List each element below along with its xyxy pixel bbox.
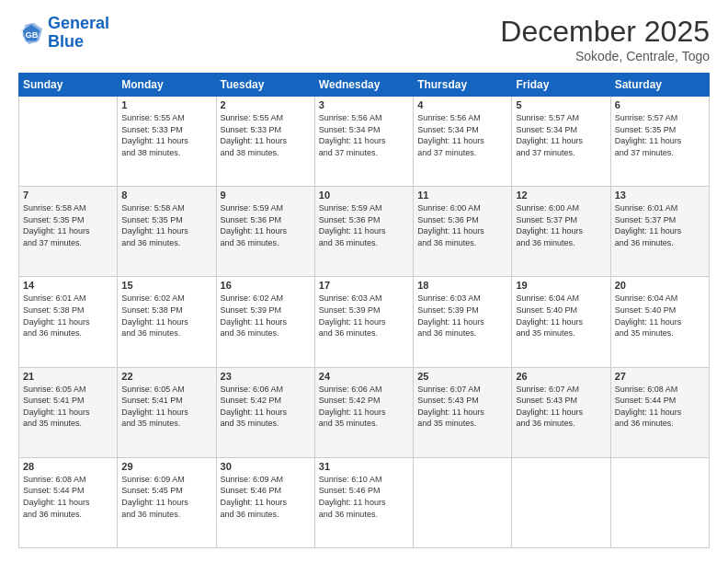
table-row: 13Sunrise: 6:01 AM Sunset: 5:37 PM Dayli… xyxy=(610,187,709,277)
col-wednesday: Wednesday xyxy=(314,74,413,97)
table-row: 1Sunrise: 5:55 AM Sunset: 5:33 PM Daylig… xyxy=(118,97,216,187)
table-row: 31Sunrise: 6:10 AM Sunset: 5:46 PM Dayli… xyxy=(314,457,413,547)
week-row-1: 1Sunrise: 5:55 AM Sunset: 5:33 PM Daylig… xyxy=(19,97,710,187)
table-row xyxy=(19,97,118,187)
table-row: 17Sunrise: 6:03 AM Sunset: 5:39 PM Dayli… xyxy=(314,277,413,367)
table-row: 15Sunrise: 6:02 AM Sunset: 5:38 PM Dayli… xyxy=(118,277,216,367)
table-row: 2Sunrise: 5:55 AM Sunset: 5:33 PM Daylig… xyxy=(216,97,314,187)
day-number: 14 xyxy=(23,280,113,291)
day-number: 4 xyxy=(417,99,507,110)
table-row: 16Sunrise: 6:02 AM Sunset: 5:39 PM Dayli… xyxy=(216,277,314,367)
table-row: 11Sunrise: 6:00 AM Sunset: 5:36 PM Dayli… xyxy=(414,187,512,277)
month-title: December 2025 xyxy=(500,15,710,49)
table-row: 14Sunrise: 6:01 AM Sunset: 5:38 PM Dayli… xyxy=(19,277,118,367)
day-number: 26 xyxy=(516,371,606,382)
week-row-5: 28Sunrise: 6:08 AM Sunset: 5:44 PM Dayli… xyxy=(19,457,710,547)
day-info: Sunrise: 6:04 AM Sunset: 5:40 PM Dayligh… xyxy=(615,293,705,339)
day-info: Sunrise: 6:04 AM Sunset: 5:40 PM Dayligh… xyxy=(516,293,606,339)
day-number: 3 xyxy=(319,99,409,110)
logo-text: General Blue xyxy=(48,15,109,52)
day-number: 17 xyxy=(319,280,409,291)
day-number: 10 xyxy=(319,190,409,201)
day-info: Sunrise: 6:02 AM Sunset: 5:38 PM Dayligh… xyxy=(121,293,211,339)
col-saturday: Saturday xyxy=(610,74,709,97)
table-row: 22Sunrise: 6:05 AM Sunset: 5:41 PM Dayli… xyxy=(118,367,216,457)
table-row xyxy=(512,457,610,547)
day-number: 6 xyxy=(615,99,705,110)
col-sunday: Sunday xyxy=(19,74,118,97)
table-row: 27Sunrise: 6:08 AM Sunset: 5:44 PM Dayli… xyxy=(610,367,709,457)
day-number: 22 xyxy=(121,371,211,382)
day-info: Sunrise: 5:57 AM Sunset: 5:34 PM Dayligh… xyxy=(516,112,606,158)
day-info: Sunrise: 6:00 AM Sunset: 5:36 PM Dayligh… xyxy=(417,202,507,248)
day-number: 5 xyxy=(516,99,606,110)
day-number: 11 xyxy=(417,190,507,201)
day-info: Sunrise: 5:55 AM Sunset: 5:33 PM Dayligh… xyxy=(121,112,211,158)
table-row xyxy=(414,457,512,547)
table-row: 12Sunrise: 6:00 AM Sunset: 5:37 PM Dayli… xyxy=(512,187,610,277)
table-row: 28Sunrise: 6:08 AM Sunset: 5:44 PM Dayli… xyxy=(19,457,118,547)
day-info: Sunrise: 6:06 AM Sunset: 5:42 PM Dayligh… xyxy=(221,384,311,430)
day-info: Sunrise: 5:58 AM Sunset: 5:35 PM Dayligh… xyxy=(121,202,211,248)
logo-line2: Blue xyxy=(48,32,84,51)
day-info: Sunrise: 6:08 AM Sunset: 5:44 PM Dayligh… xyxy=(615,384,705,430)
table-row: 24Sunrise: 6:06 AM Sunset: 5:42 PM Dayli… xyxy=(314,367,413,457)
header: GB General Blue December 2025 Sokode, Ce… xyxy=(18,15,710,63)
day-number: 16 xyxy=(221,280,311,291)
day-info: Sunrise: 6:02 AM Sunset: 5:39 PM Dayligh… xyxy=(221,293,311,339)
day-number: 9 xyxy=(221,190,311,201)
table-row: 5Sunrise: 5:57 AM Sunset: 5:34 PM Daylig… xyxy=(512,97,610,187)
col-monday: Monday xyxy=(118,74,216,97)
table-row: 30Sunrise: 6:09 AM Sunset: 5:46 PM Dayli… xyxy=(216,457,314,547)
day-number: 13 xyxy=(615,190,705,201)
location-subtitle: Sokode, Centrale, Togo xyxy=(500,49,710,63)
logo: GB General Blue xyxy=(18,15,109,52)
col-thursday: Thursday xyxy=(414,74,512,97)
table-row xyxy=(610,457,709,547)
day-info: Sunrise: 6:06 AM Sunset: 5:42 PM Dayligh… xyxy=(319,384,409,430)
day-info: Sunrise: 5:55 AM Sunset: 5:33 PM Dayligh… xyxy=(221,112,311,158)
col-tuesday: Tuesday xyxy=(216,74,314,97)
table-row: 7Sunrise: 5:58 AM Sunset: 5:35 PM Daylig… xyxy=(19,187,118,277)
table-row: 9Sunrise: 5:59 AM Sunset: 5:36 PM Daylig… xyxy=(216,187,314,277)
table-row: 8Sunrise: 5:58 AM Sunset: 5:35 PM Daylig… xyxy=(118,187,216,277)
logo-line1: General xyxy=(48,14,109,32)
table-row: 3Sunrise: 5:56 AM Sunset: 5:34 PM Daylig… xyxy=(314,97,413,187)
table-row: 29Sunrise: 6:09 AM Sunset: 5:45 PM Dayli… xyxy=(118,457,216,547)
logo-icon: GB xyxy=(18,20,44,46)
day-info: Sunrise: 6:10 AM Sunset: 5:46 PM Dayligh… xyxy=(319,474,409,520)
day-info: Sunrise: 6:01 AM Sunset: 5:38 PM Dayligh… xyxy=(23,293,113,339)
table-row: 18Sunrise: 6:03 AM Sunset: 5:39 PM Dayli… xyxy=(414,277,512,367)
day-number: 20 xyxy=(615,280,705,291)
day-info: Sunrise: 6:03 AM Sunset: 5:39 PM Dayligh… xyxy=(319,293,409,339)
day-number: 21 xyxy=(23,371,113,382)
day-number: 2 xyxy=(221,99,311,110)
page: GB General Blue December 2025 Sokode, Ce… xyxy=(0,0,728,563)
day-info: Sunrise: 5:56 AM Sunset: 5:34 PM Dayligh… xyxy=(417,112,507,158)
col-friday: Friday xyxy=(512,74,610,97)
title-block: December 2025 Sokode, Centrale, Togo xyxy=(500,15,710,63)
table-row: 23Sunrise: 6:06 AM Sunset: 5:42 PM Dayli… xyxy=(216,367,314,457)
day-number: 24 xyxy=(319,371,409,382)
day-number: 19 xyxy=(516,280,606,291)
day-info: Sunrise: 6:03 AM Sunset: 5:39 PM Dayligh… xyxy=(417,293,507,339)
day-info: Sunrise: 5:56 AM Sunset: 5:34 PM Dayligh… xyxy=(319,112,409,158)
day-info: Sunrise: 6:07 AM Sunset: 5:43 PM Dayligh… xyxy=(417,384,507,430)
day-number: 30 xyxy=(221,461,311,472)
table-row: 19Sunrise: 6:04 AM Sunset: 5:40 PM Dayli… xyxy=(512,277,610,367)
day-info: Sunrise: 5:59 AM Sunset: 5:36 PM Dayligh… xyxy=(221,202,311,248)
week-row-3: 14Sunrise: 6:01 AM Sunset: 5:38 PM Dayli… xyxy=(19,277,710,367)
day-number: 31 xyxy=(319,461,409,472)
day-info: Sunrise: 6:00 AM Sunset: 5:37 PM Dayligh… xyxy=(516,202,606,248)
day-info: Sunrise: 5:58 AM Sunset: 5:35 PM Dayligh… xyxy=(23,202,113,248)
day-info: Sunrise: 6:01 AM Sunset: 5:37 PM Dayligh… xyxy=(615,202,705,248)
table-row: 26Sunrise: 6:07 AM Sunset: 5:43 PM Dayli… xyxy=(512,367,610,457)
table-row: 10Sunrise: 5:59 AM Sunset: 5:36 PM Dayli… xyxy=(314,187,413,277)
calendar-table: Sunday Monday Tuesday Wednesday Thursday… xyxy=(18,73,710,548)
day-info: Sunrise: 6:05 AM Sunset: 5:41 PM Dayligh… xyxy=(121,384,211,430)
week-row-2: 7Sunrise: 5:58 AM Sunset: 5:35 PM Daylig… xyxy=(19,187,710,277)
day-number: 23 xyxy=(221,371,311,382)
day-number: 25 xyxy=(417,371,507,382)
day-number: 12 xyxy=(516,190,606,201)
table-row: 20Sunrise: 6:04 AM Sunset: 5:40 PM Dayli… xyxy=(610,277,709,367)
